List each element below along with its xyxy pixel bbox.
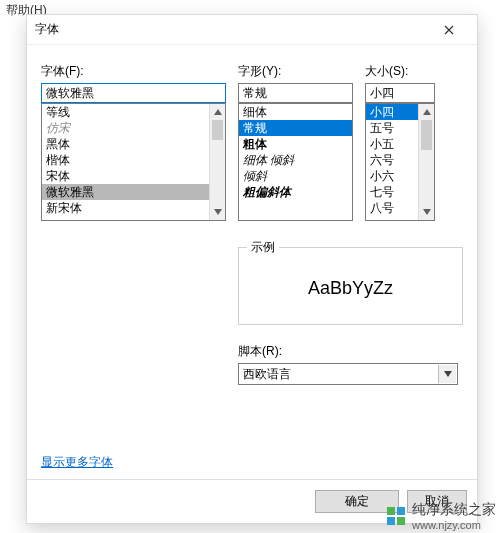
list-item[interactable]: 黑体: [42, 136, 209, 152]
list-item[interactable]: 小六: [366, 168, 418, 184]
list-item[interactable]: 新宋体: [42, 200, 209, 216]
font-dialog: 字体 字体(F): 等线仿宋黑体楷体宋体微软雅黑新宋体: [26, 14, 478, 524]
size-input[interactable]: [365, 83, 435, 103]
list-item[interactable]: 六号: [366, 152, 418, 168]
style-listbox[interactable]: 细体常规粗体细体 倾斜倾斜粗偏斜体: [238, 103, 353, 221]
chevron-down-icon: [444, 371, 452, 377]
chevron-down-icon: [214, 209, 222, 215]
list-item[interactable]: 等线: [42, 104, 209, 120]
style-label: 字形(Y):: [238, 63, 353, 80]
chevron-up-icon: [214, 109, 222, 115]
list-item[interactable]: 细体 倾斜: [239, 152, 352, 168]
list-item[interactable]: 小五: [366, 136, 418, 152]
scroll-up-button[interactable]: [419, 104, 434, 120]
list-item[interactable]: 仿宋: [42, 120, 209, 136]
sample-legend: 示例: [247, 239, 279, 256]
sample-text: AaBbYyZz: [253, 264, 448, 312]
scroll-down-button[interactable]: [210, 204, 225, 220]
list-item[interactable]: 粗偏斜体: [239, 184, 352, 200]
list-item[interactable]: 常规: [239, 120, 352, 136]
list-item[interactable]: 七号: [366, 184, 418, 200]
list-item[interactable]: 小四: [366, 104, 418, 120]
dialog-footer: 确定 取消: [27, 479, 477, 523]
more-fonts-link[interactable]: 显示更多字体: [41, 454, 113, 471]
font-input[interactable]: [41, 83, 226, 103]
scroll-thumb[interactable]: [421, 120, 432, 150]
list-item[interactable]: 楷体: [42, 152, 209, 168]
size-label: 大小(S):: [365, 63, 435, 80]
script-label: 脚本(R):: [238, 343, 463, 360]
dialog-title: 字体: [35, 21, 59, 38]
font-scrollbar[interactable]: [209, 104, 225, 220]
script-select[interactable]: 西欧语言: [238, 363, 458, 385]
size-listbox[interactable]: 小四五号小五六号小六七号八号: [365, 103, 435, 221]
list-item[interactable]: 粗体: [239, 136, 352, 152]
scroll-up-button[interactable]: [210, 104, 225, 120]
close-button[interactable]: [429, 16, 469, 44]
close-icon: [444, 25, 454, 35]
select-caret[interactable]: [438, 365, 456, 383]
script-value: 西欧语言: [243, 366, 291, 383]
ok-button[interactable]: 确定: [315, 490, 399, 513]
font-label: 字体(F):: [41, 63, 226, 80]
list-item[interactable]: 微软雅黑: [42, 184, 209, 200]
titlebar: 字体: [27, 15, 477, 45]
list-item[interactable]: 八号: [366, 200, 418, 216]
scroll-thumb[interactable]: [212, 120, 223, 140]
sample-group: 示例 AaBbYyZz: [238, 247, 463, 325]
cancel-button[interactable]: 取消: [407, 490, 467, 513]
style-input[interactable]: [238, 83, 353, 103]
font-listbox[interactable]: 等线仿宋黑体楷体宋体微软雅黑新宋体: [41, 103, 226, 221]
list-item[interactable]: 细体: [239, 104, 352, 120]
list-item[interactable]: 倾斜: [239, 168, 352, 184]
chevron-down-icon: [423, 209, 431, 215]
list-item[interactable]: 五号: [366, 120, 418, 136]
size-scrollbar[interactable]: [418, 104, 434, 220]
list-item[interactable]: 宋体: [42, 168, 209, 184]
scroll-down-button[interactable]: [419, 204, 434, 220]
chevron-up-icon: [423, 109, 431, 115]
